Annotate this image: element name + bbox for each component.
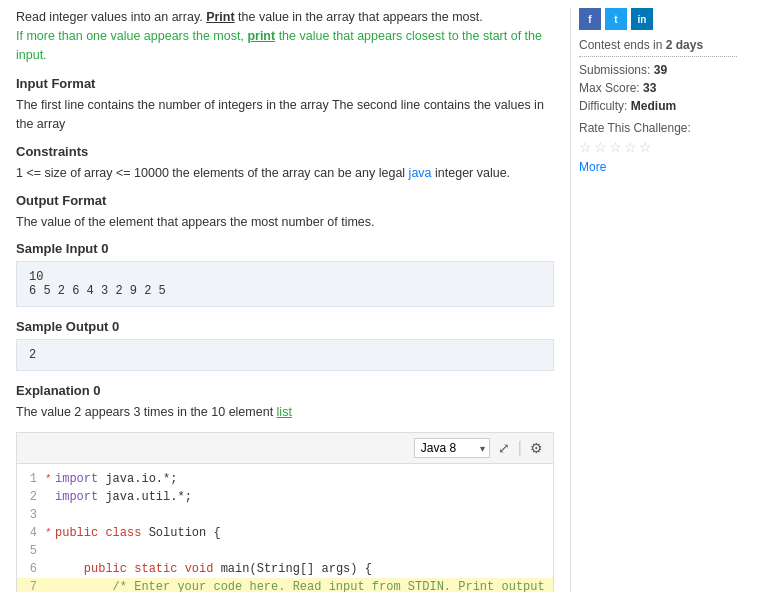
line-code-1: import java.io.*;	[55, 470, 553, 488]
max-score-row: Max Score: 33	[579, 81, 737, 95]
linkedin-button[interactable]: in	[631, 8, 653, 30]
code-line-4: 4 * public class Solution {	[17, 524, 553, 542]
line-marker-1: *	[45, 470, 55, 488]
settings-button[interactable]: ⚙	[528, 440, 545, 456]
facebook-button[interactable]: f	[579, 8, 601, 30]
star-5[interactable]: ☆	[639, 139, 652, 155]
line-code-6: public static void main(String[] args) {	[55, 560, 553, 578]
star-3[interactable]: ☆	[609, 139, 622, 155]
line-number-3: 3	[17, 506, 45, 524]
submissions-label: Submissions:	[579, 63, 650, 77]
constraints-title: Constraints	[16, 144, 554, 159]
line-marker-3	[45, 506, 55, 524]
line-marker-2	[45, 488, 55, 506]
more-link[interactable]: More	[579, 160, 606, 174]
contest-ends-value: 2 days	[666, 38, 703, 52]
problem-description: Read integer values into an array. Print…	[16, 8, 554, 64]
editor-toolbar: Java 8 Python 3 C++ C ⤢ | ⚙	[17, 433, 553, 464]
line-number-2: 2	[17, 488, 45, 506]
explanation-body: The value 2 appears 3 times in the 10 el…	[16, 403, 554, 422]
line-marker-6	[45, 560, 55, 578]
code-line-2: 2 import java.util.*;	[17, 488, 553, 506]
line-marker-5	[45, 542, 55, 560]
output-format-section: Output Format The value of the element t…	[16, 193, 554, 232]
twitter-button[interactable]: t	[605, 8, 627, 30]
constraints-body: 1 <= size of array <= 10000 the elements…	[16, 164, 554, 183]
difficulty-label: Difficulty:	[579, 99, 627, 113]
star-1[interactable]: ☆	[579, 139, 592, 155]
sample-input-code: 106 5 2 6 4 3 2 9 2 5	[16, 261, 554, 307]
toolbar-divider: |	[518, 439, 522, 457]
explanation-section: Explanation 0 The value 2 appears 3 time…	[16, 383, 554, 422]
sample-output-title: Sample Output 0	[16, 319, 554, 334]
line-number-5: 5	[17, 542, 45, 560]
difficulty-value: Medium	[631, 99, 676, 113]
constraints-section: Constraints 1 <= size of array <= 10000 …	[16, 144, 554, 183]
difficulty-row: Difficulty: Medium	[579, 99, 737, 113]
code-line-7: 7 /* Enter your code here. Read input fr…	[17, 578, 553, 592]
submissions-row: Submissions: 39	[579, 63, 737, 77]
code-line-6: 6 public static void main(String[] args)…	[17, 560, 553, 578]
star-4[interactable]: ☆	[624, 139, 637, 155]
intro-line2: If more than one value appears the most,…	[16, 27, 554, 65]
rate-title: Rate This Challenge:	[579, 121, 737, 135]
code-line-3: 3	[17, 506, 553, 524]
rate-section: Rate This Challenge: ☆ ☆ ☆ ☆ ☆ More	[579, 121, 737, 174]
explanation-title: Explanation 0	[16, 383, 554, 398]
sample-output-section: Sample Output 0 2	[16, 319, 554, 371]
sample-input-section: Sample Input 0 106 5 2 6 4 3 2 9 2 5	[16, 241, 554, 307]
output-format-title: Output Format	[16, 193, 554, 208]
line-marker-4: *	[45, 524, 55, 542]
line-number-7: 7	[17, 578, 45, 592]
line-code-4: public class Solution {	[55, 524, 553, 542]
code-editor-wrapper: Java 8 Python 3 C++ C ⤢ | ⚙ 1 * import j…	[16, 432, 554, 592]
line-code-2: import java.util.*;	[55, 488, 553, 506]
code-line-5: 5	[17, 542, 553, 560]
input-format-body: The first line contains the number of in…	[16, 96, 554, 134]
social-buttons: f t in	[579, 8, 737, 30]
line-code-7: /* Enter your code here. Read input from…	[55, 578, 553, 592]
fullscreen-button[interactable]: ⤢	[496, 440, 512, 456]
line-number-6: 6	[17, 560, 45, 578]
sample-output-code: 2	[16, 339, 554, 371]
code-editor[interactable]: 1 * import java.io.*; 2 import java.util…	[17, 464, 553, 592]
line-number-1: 1	[17, 470, 45, 488]
input-format-section: Input Format The first line contains the…	[16, 76, 554, 134]
language-select-wrapper[interactable]: Java 8 Python 3 C++ C	[414, 438, 490, 458]
star-2[interactable]: ☆	[594, 139, 607, 155]
sample-input-title: Sample Input 0	[16, 241, 554, 256]
line-code-5	[55, 542, 553, 560]
max-score-value: 33	[643, 81, 656, 95]
input-format-title: Input Format	[16, 76, 554, 91]
line-code-3	[55, 506, 553, 524]
line-marker-7	[45, 578, 55, 592]
code-line-1: 1 * import java.io.*;	[17, 470, 553, 488]
contest-ends: Contest ends in 2 days	[579, 38, 737, 57]
main-content: Read integer values into an array. Print…	[0, 8, 570, 592]
output-format-body: The value of the element that appears th…	[16, 213, 554, 232]
contest-ends-label: Contest ends in	[579, 38, 662, 52]
line-number-4: 4	[17, 524, 45, 542]
max-score-label: Max Score:	[579, 81, 640, 95]
submissions-value: 39	[654, 63, 667, 77]
star-rating[interactable]: ☆ ☆ ☆ ☆ ☆	[579, 139, 737, 155]
intro-line1: Read integer values into an array. Print…	[16, 8, 554, 27]
language-select[interactable]: Java 8 Python 3 C++ C	[414, 438, 490, 458]
sidebar: f t in Contest ends in 2 days Submission…	[570, 8, 745, 592]
